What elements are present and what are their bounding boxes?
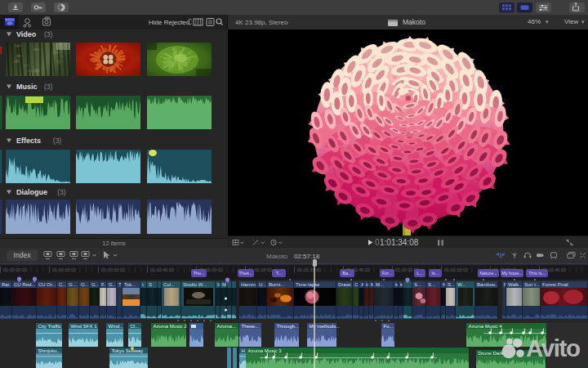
svg-text:G...: G... bbox=[69, 282, 77, 287]
svg-text:Wind SFX 1: Wind SFX 1 bbox=[71, 324, 98, 329]
svg-text:Studio W...: Studio W... bbox=[183, 282, 207, 287]
svg-text:01:00:00:00: 01:00:00:00 bbox=[3, 267, 27, 272]
svg-text:U...: U... bbox=[259, 282, 267, 287]
svg-text:Cul...: Cul... bbox=[163, 282, 175, 287]
svg-text:Avito: Avito bbox=[526, 334, 580, 361]
svg-text:Shinjuku...: Shinjuku... bbox=[38, 348, 61, 353]
svg-text:Dialogue: Dialogue bbox=[16, 188, 47, 196]
svg-text:S...: S... bbox=[428, 282, 435, 287]
svg-text:Hide Rejected: Hide Rejected bbox=[149, 19, 189, 26]
svg-text:My hope...: My hope... bbox=[501, 271, 523, 276]
svg-text:1:01:34:08: 1:01:34:08 bbox=[380, 238, 419, 247]
svg-text:CU Red...: CU Red... bbox=[14, 282, 36, 287]
svg-text:H: H bbox=[242, 348, 245, 353]
svg-text:The...: The... bbox=[193, 271, 205, 276]
svg-text:Time-lapse: Time-lapse bbox=[296, 282, 320, 287]
svg-text:O...: O... bbox=[81, 282, 89, 287]
svg-text:Azuma Music 4: Azuma Music 4 bbox=[469, 324, 503, 329]
svg-text:Azuma Music 2: Azuma Music 2 bbox=[154, 324, 188, 329]
svg-text:Video: Video bbox=[16, 30, 37, 38]
svg-text:These...: These... bbox=[242, 324, 260, 329]
svg-text:Wind...: Wind... bbox=[109, 324, 124, 329]
svg-text:Burnt...: Burnt... bbox=[269, 282, 285, 287]
svg-text:Azuma Music 3: Azuma Music 3 bbox=[248, 348, 283, 353]
svg-text:(3): (3) bbox=[44, 83, 53, 91]
svg-text:W...: W... bbox=[457, 282, 466, 287]
svg-text:Forest Final: Forest Final bbox=[542, 282, 568, 287]
svg-text:S...: S... bbox=[448, 282, 455, 287]
svg-text:Makoto: Makoto bbox=[266, 253, 288, 260]
svg-text:G...: G... bbox=[91, 282, 100, 287]
svg-text:My methods...: My methods... bbox=[310, 324, 341, 329]
svg-text:S...: S... bbox=[414, 282, 421, 287]
svg-text:C...: C... bbox=[59, 282, 67, 287]
svg-text:Fo...: Fo... bbox=[384, 324, 394, 329]
svg-text:(3): (3) bbox=[44, 30, 53, 38]
svg-text:For...: For... bbox=[382, 271, 393, 276]
svg-text:CU Or...: CU Or... bbox=[38, 282, 56, 287]
svg-text:Azuma...: Azuma... bbox=[217, 324, 237, 329]
svg-text:02:57:18: 02:57:18 bbox=[294, 253, 320, 260]
svg-text:G...: G... bbox=[109, 282, 117, 287]
svg-text:01:00:45:00: 01:00:45:00 bbox=[150, 267, 174, 272]
svg-text:Is...: Is... bbox=[432, 271, 439, 276]
svg-text:C: C bbox=[354, 282, 359, 287]
svg-text:Tok...: Tok... bbox=[124, 282, 136, 287]
svg-text:L...: L... bbox=[416, 271, 423, 276]
svg-text:Ba...: Ba... bbox=[342, 271, 352, 276]
svg-text:Nature...: Nature... bbox=[479, 271, 497, 276]
svg-text:S: S bbox=[149, 282, 152, 287]
svg-text:01:02:15:00: 01:02:15:00 bbox=[444, 267, 468, 272]
svg-text:Bamboo...: Bamboo... bbox=[477, 282, 500, 287]
svg-text:Effects: Effects bbox=[16, 137, 41, 145]
svg-text:City Traffic: City Traffic bbox=[38, 324, 61, 329]
svg-text:M...: M... bbox=[376, 282, 384, 287]
svg-text:01:00:15:00: 01:00:15:00 bbox=[52, 267, 76, 272]
svg-text:T...: T... bbox=[276, 271, 283, 276]
svg-text:Rai...: Rai... bbox=[2, 282, 13, 287]
svg-text:Cl...: Cl... bbox=[131, 324, 140, 329]
svg-text:Thes...: Thes... bbox=[239, 271, 253, 276]
svg-text:01:01:30:00: 01:01:30:00 bbox=[297, 267, 321, 272]
svg-text:Tokyo Subway: Tokyo Subway bbox=[112, 348, 144, 353]
svg-text:(3): (3) bbox=[53, 137, 62, 145]
svg-text:01:00:30:00: 01:00:30:00 bbox=[101, 267, 125, 272]
svg-text:Sun t...: Sun t... bbox=[524, 282, 540, 287]
svg-text:This is...: This is... bbox=[528, 271, 546, 276]
svg-text:Through...: Through... bbox=[277, 324, 300, 329]
svg-text:T: T bbox=[118, 282, 122, 287]
svg-text:Walk...: Walk... bbox=[508, 282, 523, 287]
svg-text:Music: Music bbox=[16, 83, 38, 91]
svg-text:(3): (3) bbox=[57, 188, 66, 196]
